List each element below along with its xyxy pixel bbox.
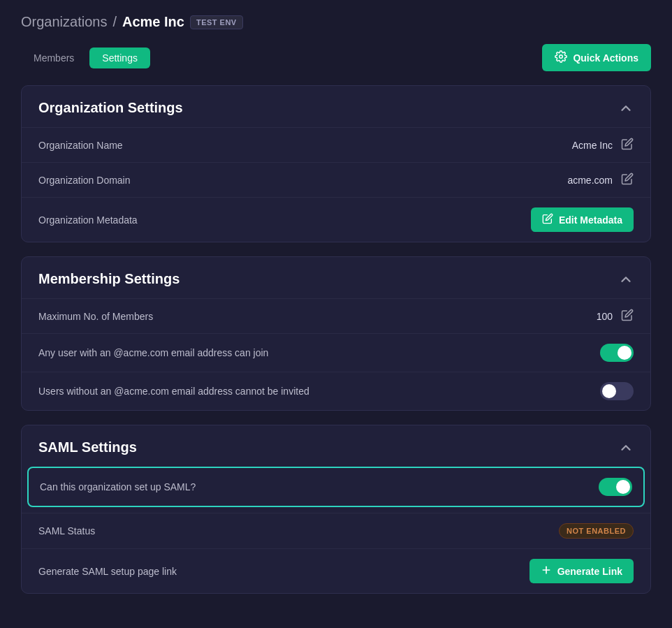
env-badge: TEST ENV [190, 15, 243, 29]
quick-actions-label: Quick Actions [573, 52, 638, 64]
no-invite-toggle[interactable] [600, 382, 634, 400]
tabs: Members Settings [21, 48, 150, 68]
edit-metadata-label: Edit Metadata [559, 214, 622, 226]
edit-metadata-icon [542, 213, 553, 226]
saml-settings-header: SAML Settings [22, 425, 650, 467]
svg-point-0 [560, 55, 563, 59]
saml-settings-collapse-icon[interactable] [618, 440, 634, 455]
max-members-edit-icon[interactable] [621, 309, 634, 323]
max-members-value: 100 [597, 311, 613, 322]
saml-setup-highlighted-container: Can this organization set up SAML? [27, 467, 645, 507]
max-members-value-group: 100 [597, 309, 634, 323]
saml-setup-row: Can this organization set up SAML? [29, 468, 643, 506]
saml-setup-slider [599, 478, 632, 496]
org-settings-header: Organization Settings [22, 86, 650, 127]
saml-setup-toggle[interactable] [599, 478, 632, 496]
tab-members[interactable]: Members [21, 48, 87, 68]
email-join-label: Any user with an @acme.com email address… [38, 347, 268, 358]
breadcrumb-current: Acme Inc [122, 14, 184, 30]
tab-settings[interactable]: Settings [89, 48, 150, 68]
org-domain-row: Organization Domain acme.com [22, 162, 650, 197]
email-join-row: Any user with an @acme.com email address… [22, 333, 650, 372]
gear-icon [555, 50, 567, 65]
org-domain-label: Organization Domain [38, 175, 131, 186]
saml-status-badge: NOT ENABLED [559, 523, 634, 539]
membership-settings-card: Membership Settings Maximum No. of Membe… [21, 256, 651, 411]
max-members-label: Maximum No. of Members [38, 311, 153, 322]
breadcrumb-orgs[interactable]: Organizations [21, 14, 107, 30]
org-settings-title: Organization Settings [38, 100, 183, 116]
org-name-value-group: Acme Inc [572, 138, 634, 152]
generate-link-row: Generate SAML setup page link Generate L… [22, 548, 650, 593]
saml-settings-title: SAML Settings [38, 439, 137, 455]
tab-bar: Members Settings Quick Actions [21, 44, 651, 71]
org-domain-value-group: acme.com [567, 173, 634, 187]
org-metadata-row: Organization Metadata Edit Metadata [22, 197, 650, 242]
saml-status-row: SAML Status NOT ENABLED [22, 513, 650, 548]
membership-settings-header: Membership Settings [22, 257, 650, 298]
generate-link-btn-label: Generate Link [557, 566, 622, 577]
breadcrumb: Organizations / Acme Inc TEST ENV [21, 14, 651, 30]
org-name-label: Organization Name [38, 140, 123, 151]
max-members-row: Maximum No. of Members 100 [22, 298, 650, 333]
org-settings-card: Organization Settings Organization Name … [21, 85, 651, 242]
org-name-edit-icon[interactable] [621, 138, 634, 152]
quick-actions-button[interactable]: Quick Actions [542, 44, 651, 71]
org-domain-value: acme.com [567, 175, 613, 186]
no-invite-slider [600, 382, 634, 400]
email-join-toggle[interactable] [600, 344, 634, 362]
membership-settings-title: Membership Settings [38, 271, 180, 287]
generate-link-button[interactable]: Generate Link [529, 559, 634, 583]
org-name-value: Acme Inc [572, 140, 613, 151]
generate-link-label: Generate SAML setup page link [38, 566, 177, 577]
membership-settings-collapse-icon[interactable] [618, 272, 634, 287]
no-invite-label: Users without an @acme.com email address… [38, 386, 309, 397]
org-metadata-label: Organization Metadata [38, 214, 138, 226]
no-invite-row: Users without an @acme.com email address… [22, 372, 650, 410]
org-domain-edit-icon[interactable] [621, 173, 634, 187]
org-settings-collapse-icon[interactable] [618, 101, 634, 116]
org-name-row: Organization Name Acme Inc [22, 127, 650, 162]
saml-status-label: SAML Status [38, 525, 95, 536]
saml-settings-card: SAML Settings Can this organization set … [21, 425, 651, 594]
plus-icon [541, 564, 552, 578]
saml-setup-label: Can this organization set up SAML? [40, 481, 196, 492]
breadcrumb-separator: / [112, 14, 117, 30]
email-join-slider [600, 344, 634, 362]
edit-metadata-button[interactable]: Edit Metadata [531, 207, 634, 232]
